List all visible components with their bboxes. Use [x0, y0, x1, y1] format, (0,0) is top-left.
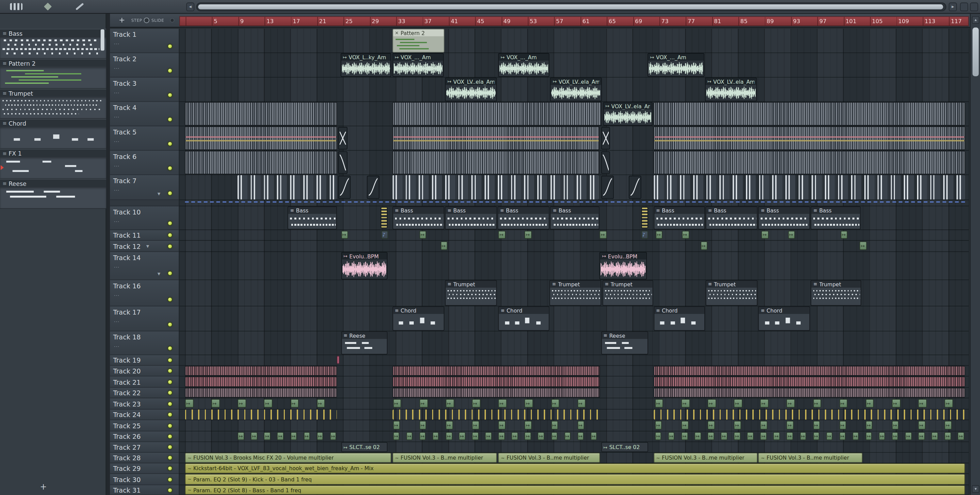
clip-stripes[interactable] — [185, 102, 337, 126]
clip-chord[interactable]: ≡Chord — [758, 306, 810, 331]
clip-mini[interactable]: ↦ — [304, 432, 310, 440]
clip-mini[interactable]: ↦ — [734, 421, 741, 430]
track-header-track-10[interactable]: Track 10… — [110, 206, 179, 230]
clip-param-eq-2-slot-9-kick-03-band-1-freq[interactable]: ~Param. EQ 2 (Slot 9) - Kick - 03 - Band… — [185, 474, 965, 484]
clip-mini[interactable]: ↦ — [668, 432, 675, 440]
hscroll-right-button[interactable]: ▸ — [949, 2, 957, 11]
clip-mini[interactable]: ↦ — [734, 399, 743, 408]
mute-light[interactable] — [167, 445, 172, 450]
clip-mini[interactable]: ↦ — [700, 241, 708, 250]
clip-mini[interactable]: ↦ — [813, 432, 819, 440]
clip-trumpet[interactable]: ≡Trumpet — [445, 280, 497, 306]
clip-mini[interactable]: ↦ — [472, 399, 480, 408]
clip-ticks[interactable] — [654, 409, 965, 419]
clip-mini[interactable]: ↦ — [419, 421, 426, 430]
draw-tool-icon[interactable] — [76, 3, 84, 10]
clip-mini[interactable]: ↦ — [840, 231, 848, 239]
track-header-track-24[interactable]: Track 24 — [110, 409, 179, 420]
clip-vox-lv-ela-am[interactable]: ↦VOX_LV..ela_Am — [550, 78, 601, 102]
clip-mini[interactable]: ↦ — [237, 399, 246, 408]
clip-sweep[interactable] — [601, 176, 614, 199]
clip-mini[interactable]: ↦ — [839, 421, 846, 430]
clip-mini[interactable]: ↦ — [277, 432, 283, 440]
mute-light[interactable] — [167, 434, 172, 439]
clip-trumpet[interactable]: ≡Trumpet — [602, 280, 653, 306]
clip-bass[interactable]: ≡Bass — [288, 206, 337, 229]
clip-ticks[interactable] — [392, 409, 600, 419]
clip-mini[interactable]: ↦ — [655, 399, 663, 408]
clip-mini[interactable]: ↦ — [551, 432, 557, 440]
vertical-scrollbar-thumb[interactable] — [972, 27, 978, 76]
clip-mini[interactable]: ↦ — [525, 399, 533, 408]
clip-mini[interactable]: ↦ — [786, 421, 794, 430]
clip-mini[interactable]: ↦ — [695, 432, 701, 440]
clip-stripes[interactable] — [654, 377, 965, 387]
clip-mini[interactable]: ↦ — [446, 421, 453, 430]
clip-sweep[interactable] — [338, 151, 347, 173]
clip-stripes[interactable] — [185, 151, 337, 175]
tool-dot-button[interactable] — [170, 18, 174, 22]
clip-mini[interactable]: ↦ — [419, 231, 426, 239]
clip-mini[interactable]: ↦ — [918, 432, 924, 440]
clip-vox-am[interactable]: ↦VOX_..._Am — [648, 53, 704, 77]
clip-mini[interactable]: ↦ — [498, 421, 505, 430]
clip-fusion-vol-3-b-me-multiplier[interactable]: ~FUSION Vol.3 - B..me multiplier — [758, 453, 862, 463]
pattern-item-pattern-2[interactable]: ≡Pattern 2 — [0, 59, 106, 89]
lanes[interactable]: ×Pattern 2↦VOX_L..ky_Am↦VOX_..._Am↦VOX_.… — [179, 29, 969, 495]
mute-light[interactable] — [167, 322, 172, 327]
track-header-track-6[interactable]: Track 6… — [110, 151, 179, 175]
track-header-track-2[interactable]: Track 2… — [110, 53, 179, 78]
track-header-track-11[interactable]: Track 11 — [110, 230, 179, 241]
track-header-spacer[interactable] — [110, 200, 179, 206]
clip-mini[interactable]: ↦ — [682, 231, 689, 239]
window-button-b[interactable] — [970, 2, 978, 11]
clip-sweep[interactable] — [628, 176, 641, 199]
track-collapse-icon[interactable]: ▼ — [158, 271, 160, 276]
mute-light[interactable] — [167, 401, 172, 406]
clip-mini[interactable]: ↦ — [786, 399, 795, 408]
clip-mini[interactable]: ↦ — [853, 432, 859, 440]
track-collapse-icon[interactable]: ▼ — [146, 244, 149, 248]
mute-light[interactable] — [167, 390, 172, 395]
clip-mini[interactable]: ↦ — [511, 432, 518, 440]
mute-light[interactable] — [167, 466, 172, 471]
track-header-track-26[interactable]: Track 26 — [110, 431, 179, 442]
mute-light[interactable] — [167, 423, 172, 428]
clip-stripes[interactable] — [392, 102, 601, 126]
clip-bass[interactable]: ≡Bass — [811, 206, 861, 229]
clip-stripes[interactable] — [185, 366, 337, 376]
clip-chord[interactable]: ≡Chord — [654, 306, 705, 331]
clip-reese[interactable]: ≡Reese — [601, 331, 648, 354]
track-header-track-7[interactable]: Track 7…▼ — [110, 175, 179, 200]
clip-mini[interactable]: ↦ — [708, 399, 716, 408]
clip-mini[interactable]: ↦ — [341, 231, 348, 239]
track-header-track-31[interactable]: Track 31 — [110, 485, 179, 495]
clip-stripes[interactable] — [654, 126, 965, 150]
clip-mini[interactable]: ↦ — [538, 432, 544, 440]
clip-mini[interactable]: ↦ — [290, 399, 299, 408]
clip-stripes[interactable] — [654, 388, 965, 398]
clip-fusion-vol-3-b-me-multiplier[interactable]: ~FUSION Vol.3 - B..me multiplier — [392, 453, 497, 463]
clip-bass[interactable]: ≡Bass — [498, 206, 550, 229]
clip-stripes[interactable] — [654, 102, 965, 126]
clip-mini[interactable]: ↦ — [600, 231, 607, 239]
clip-mini[interactable]: ↦ — [419, 432, 426, 440]
track-header-track-28[interactable]: Track 28 — [110, 453, 179, 463]
track-header-track-22[interactable]: Track 22 — [110, 388, 179, 398]
clip-mini[interactable]: ↦ — [485, 432, 492, 440]
mute-light[interactable] — [167, 68, 172, 73]
clip-mini[interactable]: ↦ — [826, 432, 832, 440]
clip-mini[interactable]: ↦ — [419, 399, 428, 408]
window-button-a[interactable] — [960, 2, 968, 11]
clip-mini[interactable]: ↦ — [211, 399, 220, 408]
clip-mini[interactable]: ↦ — [788, 231, 795, 239]
clip-vox-l-ky-am[interactable]: ↦VOX_L..ky_Am — [340, 53, 391, 77]
clip-sweep[interactable] — [366, 176, 379, 199]
mute-light[interactable] — [167, 92, 172, 98]
clip-bass[interactable]: ≡Bass — [445, 206, 497, 229]
clip-mini[interactable]: ↦ — [747, 432, 753, 440]
track-header-track-16[interactable]: Track 16… — [110, 280, 179, 306]
clip-mini[interactable]: ↦ — [237, 432, 244, 440]
mute-light[interactable] — [167, 346, 172, 351]
clip-bass[interactable]: ≡Bass — [550, 206, 600, 229]
